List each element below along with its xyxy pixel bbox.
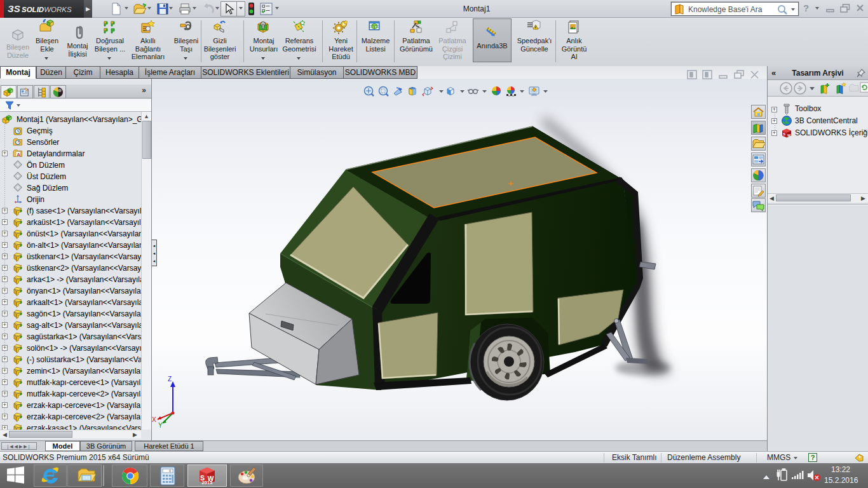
- svg-text:Z: Z: [168, 376, 172, 383]
- svg-text:SOLIDWORKS: SOLIDWORKS: [22, 6, 72, 13]
- svg-text:ЗS: ЗS: [8, 3, 20, 14]
- svg-text:X: X: [152, 416, 156, 423]
- svg-text:Y: Y: [158, 422, 163, 429]
